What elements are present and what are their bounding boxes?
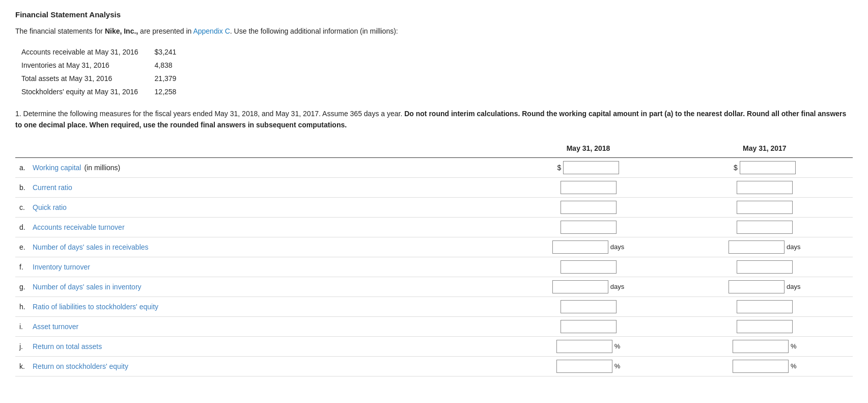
row-metric: Number of days' sales in inventory <box>33 283 142 291</box>
input-cell-2017: days <box>677 237 853 257</box>
instruction-part1: 1. Determine the following measures for … <box>15 110 404 118</box>
info-label: Stockholders' equity at May 31, 2016 <box>21 86 154 98</box>
info-row: Inventories at May 31, 20164,838 <box>21 59 191 71</box>
input-2018[interactable] <box>552 240 608 254</box>
measures-table: May 31, 2018 May 31, 2017 a.Working capi… <box>15 141 853 377</box>
input-2017[interactable] <box>737 201 793 214</box>
table-row: h.Ratio of liabilities to stockholders' … <box>15 297 853 316</box>
input-2018[interactable] <box>563 161 619 174</box>
input-2018[interactable] <box>561 181 617 194</box>
table-row: f.Inventory turnover <box>15 257 853 277</box>
input-2017[interactable] <box>733 360 789 373</box>
info-label: Inventories at May 31, 2016 <box>21 59 154 71</box>
info-value: 4,838 <box>155 59 192 71</box>
intro-paragraph: The financial statements for Nike, Inc.,… <box>15 26 853 37</box>
table-row: g.Number of days' sales in inventorydays… <box>15 277 853 297</box>
input-2017[interactable] <box>729 280 785 293</box>
info-row: Stockholders' equity at May 31, 201612,2… <box>21 86 191 98</box>
input-cell-2017 <box>677 177 853 197</box>
input-cell-2018 <box>500 316 676 336</box>
input-cell-2017 <box>677 316 853 336</box>
appendix-link[interactable]: Appendix C <box>193 27 230 35</box>
row-metric: Quick ratio <box>33 203 67 211</box>
row-label-cell: e.Number of days' sales in receivables <box>15 237 500 257</box>
input-cell-2018 <box>500 297 676 316</box>
table-row: a.Working capital (in millions)$$ <box>15 157 853 177</box>
input-2017[interactable] <box>737 300 793 313</box>
input-cell-2018: days <box>500 277 676 297</box>
info-value: 21,379 <box>155 72 192 85</box>
table-row: d.Accounts receivable turnover <box>15 217 853 237</box>
input-2017[interactable] <box>740 161 796 174</box>
row-metric: Ratio of liabilities to stockholders' eq… <box>33 303 158 311</box>
row-metric: Working capital <box>33 164 81 172</box>
input-2017[interactable] <box>737 221 793 234</box>
row-label-cell: j.Return on total assets <box>15 336 500 356</box>
input-2018[interactable] <box>556 360 612 373</box>
row-letter: e. <box>19 243 30 251</box>
row-label-cell: k.Return on stockholders' equity <box>15 356 500 376</box>
row-metric: Asset turnover <box>33 323 78 331</box>
input-2018[interactable] <box>561 260 617 274</box>
input-cell-2017: days <box>677 277 853 297</box>
input-cell-2018: days <box>500 237 676 257</box>
input-suffix-2018: % <box>614 342 621 350</box>
input-suffix-2018: days <box>610 283 624 290</box>
row-letter: b. <box>19 183 30 192</box>
input-suffix-2017: % <box>791 342 797 350</box>
input-cell-2017: % <box>677 356 853 376</box>
row-metric: Return on total assets <box>33 342 102 351</box>
row-label-cell: i.Asset turnover <box>15 316 500 336</box>
input-cell-2018 <box>500 197 676 217</box>
table-row: j.Return on total assets%% <box>15 336 853 356</box>
row-letter: d. <box>19 223 30 231</box>
row-label-cell: d.Accounts receivable turnover <box>15 217 500 237</box>
row-letter: c. <box>19 203 30 211</box>
row-letter: f. <box>19 263 30 271</box>
row-label-cell: c.Quick ratio <box>15 197 500 217</box>
row-letter: h. <box>19 303 30 311</box>
input-prefix-2018: $ <box>557 164 562 172</box>
intro-text-after-company: are presented in <box>138 27 193 35</box>
input-cell-2017 <box>677 257 853 277</box>
input-suffix-2017: days <box>787 283 800 290</box>
input-2018[interactable] <box>552 280 608 293</box>
info-label: Total assets at May 31, 2016 <box>21 72 154 85</box>
row-label-cell: b.Current ratio <box>15 177 500 197</box>
input-2018[interactable] <box>561 300 617 313</box>
input-2018[interactable] <box>561 221 617 234</box>
table-row: i.Asset turnover <box>15 316 853 336</box>
input-suffix-2018: % <box>614 362 621 370</box>
table-row: e.Number of days' sales in receivablesda… <box>15 237 853 257</box>
input-prefix-2017: $ <box>734 164 738 172</box>
col-header-label <box>15 141 500 158</box>
input-2017[interactable] <box>737 181 793 194</box>
row-label-cell: h.Ratio of liabilities to stockholders' … <box>15 297 500 316</box>
row-letter: g. <box>19 283 30 291</box>
input-cell-2017 <box>677 197 853 217</box>
input-2017[interactable] <box>729 240 785 254</box>
info-row: Accounts receivable at May 31, 2016$3,24… <box>21 46 191 58</box>
info-row: Total assets at May 31, 201621,379 <box>21 72 191 85</box>
info-label: Accounts receivable at May 31, 2016 <box>21 46 154 58</box>
row-label-cell: f.Inventory turnover <box>15 257 500 277</box>
input-cell-2018 <box>500 177 676 197</box>
input-suffix-2017: days <box>787 243 800 251</box>
page-title: Financial Statement Analysis <box>15 10 853 19</box>
row-metric: Return on stockholders' equity <box>33 362 128 370</box>
row-letter: i. <box>19 323 30 331</box>
input-cell-2018: % <box>500 336 676 356</box>
col-header-2018: May 31, 2018 <box>500 141 676 158</box>
input-cell-2018 <box>500 217 676 237</box>
row-letter: j. <box>19 342 30 351</box>
input-cell-2018: % <box>500 356 676 376</box>
row-metric: Current ratio <box>33 183 72 192</box>
input-2018[interactable] <box>556 340 612 353</box>
input-2018[interactable] <box>561 320 617 333</box>
table-row: c.Quick ratio <box>15 197 853 217</box>
input-2017[interactable] <box>737 260 793 274</box>
input-2018[interactable] <box>561 201 617 214</box>
input-2017[interactable] <box>733 340 789 353</box>
input-2017[interactable] <box>737 320 793 333</box>
input-cell-2018 <box>500 257 676 277</box>
